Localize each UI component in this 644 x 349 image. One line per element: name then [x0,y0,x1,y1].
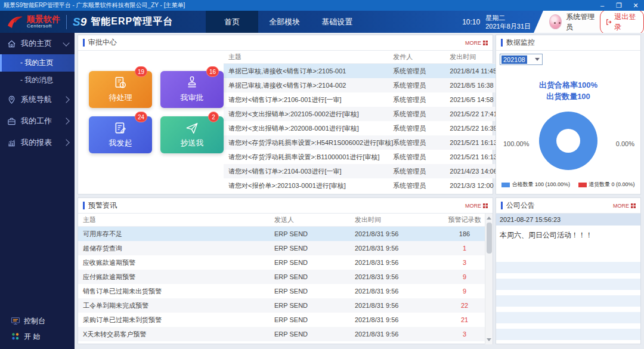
sidebar-subitem-my-home[interactable]: - 我的主页 [0,54,75,72]
chevron-right-icon [63,96,69,103]
close-button[interactable]: ✕ [627,0,644,11]
table-row[interactable]: 应付账款逾期预警ERP SEND2021/8/31 9:569 [78,270,485,284]
tile-pending[interactable]: 19 待处理 [89,71,152,108]
title-accent-bar [501,39,503,47]
sidebar-subitem-label: - 我的消息 [20,75,53,85]
announcements-panel: 公司公告 MORE 2021-08-27 15:56:23 本周六、周日公司活动… [496,197,641,344]
tile-label: 我审批 [181,92,204,103]
sidebar-item-label: 我的主页 [21,38,59,49]
scroll-down-arrow[interactable] [487,338,491,341]
minimize-button[interactable]: – [594,0,611,11]
sidebar-item-my-reports[interactable]: 我的报表 [0,132,75,153]
tile-label: 我发起 [109,138,132,149]
chevron-down-icon [63,39,69,46]
alerts-more-link[interactable]: MORE [465,203,488,209]
sidebar-subitem-my-messages[interactable]: - 我的消息 [0,72,75,89]
legend-swatch-red [578,183,587,187]
period-select[interactable]: 202108 [500,54,543,65]
tile-label: 抄送我 [181,138,204,149]
app-header: 顺景软件 Centersoft S9 智能ERP管理平台 首页 全部模块 基础设… [0,11,644,33]
briefcase-icon [7,117,16,126]
tile-cc-to-me[interactable]: 2 抄送我 [160,116,224,153]
alerts-panel-title: 预警资讯 [88,200,117,211]
table-row[interactable]: 单据已审核,请接收<销售订单>:2105-001系统管理员2021/8/14 1… [224,64,514,78]
table-row[interactable]: 销售订单已过期未出货预警ERP SEND2021/8/31 9:569 [78,284,485,298]
empty-row-stripe [496,329,640,340]
monitor-panel-header: 数据监控 [496,35,640,51]
title-accent-bar [83,202,85,209]
table-row[interactable]: 单据已审核,请接收<销售订单>:2104-002系统管理员2021/8/5 16… [224,78,514,92]
sidebar-item-label: 我的报表 [21,137,59,148]
tab-home[interactable]: 首页 [206,11,258,33]
table-row[interactable]: X天未转交易客户预警ERP SEND2021/8/31 9:563 [78,327,485,341]
table-row[interactable]: 工令单到期未完成预警ERP SEND2021/8/31 9:5622 [78,298,485,313]
window-title: 顺景S9智能ERP管理平台 - 广东顺景软件科技有限公司_ZY - [主菜单] [0,1,594,10]
empty-row-stripe [496,262,640,273]
more-grid-icon [631,203,636,208]
table-row[interactable]: 请您对<存货浮动耗损率设置>:B11000001进行[审核]系统管理员2021/… [224,150,514,164]
doc-clock-icon [113,76,128,90]
time-text: 10:10 [462,18,480,26]
announcement-date[interactable]: 2021-08-27 15:56:23 [496,214,640,226]
username-text: 系统管理员 [566,12,596,32]
approval-panel-title: 审批中心 [88,38,117,48]
donut-left-label: 100.00% [503,140,529,147]
table-row[interactable]: 采购订单已过期未到货预警ERP SEND2021/8/31 9:5621 [78,313,485,327]
table-row[interactable]: 应收账款逾期预警ERP SEND2021/8/31 9:563 [78,255,485,270]
title-accent-bar [83,39,85,47]
monitor-body: 202108 出货合格率100% 出货数量100 100.00% 0.00% 合… [496,51,640,194]
sidebar-item-label: 系统导航 [21,94,59,105]
title-accent-bar [501,202,503,209]
initiated-count-badge: 24 [135,112,147,122]
announcements-more-link[interactable]: MORE [613,203,636,209]
tile-my-approvals[interactable]: 16 我审批 [160,71,224,108]
cc-count-badge: 2 [208,112,219,122]
maximize-button[interactable]: ❐ [611,0,627,11]
start-button[interactable]: 开 始 [0,329,75,344]
monitor-headline: 出货合格率100% 出货数量100 [496,79,640,102]
announcements-panel-header: 公司公告 MORE [496,198,640,214]
user-zone: 系统管理员 退出登录 [534,11,644,33]
scroll-thumb[interactable] [487,223,492,254]
empty-row-stripe [496,312,640,323]
scroll-up-arrow[interactable] [487,217,491,220]
s9-logo: S9 [73,16,86,29]
alerts-panel: 预警资讯 MORE 主题 发送人 发出时间 预警记录数 可用库存不足ERP SE… [78,197,493,344]
tile-label: 待处理 [109,92,132,103]
approval-table-header: 主题 发件人 发出时间 [224,51,514,64]
tab-all-modules[interactable]: 全部模块 [258,11,311,33]
table-row[interactable]: 请您对<销售订单>:2106-001进行[一审]系统管理员2021/6/5 14… [224,92,514,107]
table-row[interactable]: 请您对<报价单>:202103-0001进行[审核]系统管理员2021/3/3 … [224,178,514,193]
table-row[interactable]: 超储存货查询ERP SEND2021/8/31 9:561 [78,241,485,255]
sidebar-item-my-home[interactable]: 我的主页 [0,33,75,54]
table-row[interactable]: 请您对<销售订单>:2104-003进行[一审]系统管理员2021/4/23 1… [224,164,514,178]
approval-more-link[interactable]: MORE [465,40,488,46]
empty-row-stripe [496,279,640,290]
console-icon [11,317,20,325]
weekday-text: 星期二 [485,14,531,22]
tile-initiated-by-me[interactable]: 24 我发起 [89,116,152,153]
main-nav: 首页 全部模块 基础设置 [206,11,363,33]
alerts-table: 主题 发送人 发出时间 预警记录数 可用库存不足ERP SEND2021/8/3… [78,214,493,344]
table-row[interactable]: 可用库存不足ERP SEND2021/8/31 9:56186 [78,227,485,241]
sidebar-item-system-nav[interactable]: 系统导航 [0,89,75,110]
avatar[interactable] [549,14,562,29]
brand-name-en: Centersoft [27,23,60,29]
alerts-panel-header: 预警资讯 MORE [78,198,493,214]
table-row[interactable]: 请您对<支出报销单>:202008-0001进行[审核]系统管理员2021/5/… [224,121,514,135]
logout-button[interactable]: 退出登录 [600,10,644,35]
brand-divider [66,15,67,29]
window-titlebar: 顺景S9智能ERP管理平台 - 广东顺景软件科技有限公司_ZY - [主菜单] … [0,0,644,11]
alerts-table-header: 主题 发送人 发出时间 预警记录数 [78,214,485,227]
table-row[interactable]: 请您对<存货浮动耗损率设置>:H54R1S006002进行[审核]系统管理员20… [224,135,514,150]
console-label: 控制台 [24,316,45,326]
table-row[interactable]: 请您对<支出报销单>:202105-0002进行[审核]系统管理员2021/5/… [224,107,514,121]
monitor-panel-title: 数据监控 [506,38,535,48]
brand-logo: 顺景软件 Centersoft [0,11,60,33]
chevron-down-icon [535,58,540,61]
sidebar-item-my-work[interactable]: 我的工作 [0,110,75,132]
console-button[interactable]: 控制台 [0,313,75,329]
approval-panel-header: 审批中心 MORE [78,35,493,51]
tab-basic-settings[interactable]: 基础设置 [311,11,363,33]
alerts-table-scrollbar[interactable] [485,214,493,344]
